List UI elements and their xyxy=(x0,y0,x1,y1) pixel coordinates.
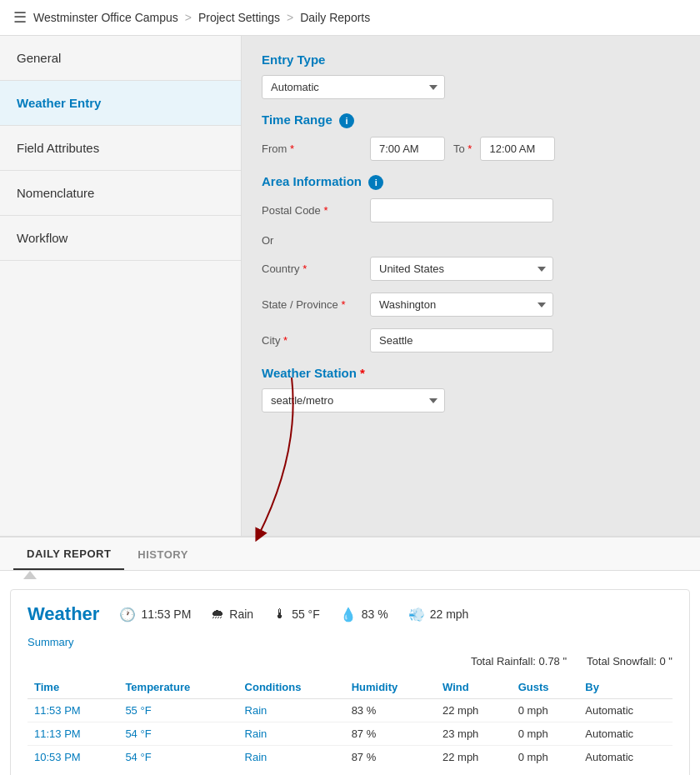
country-label: Country * xyxy=(262,262,362,275)
totals-row: Total Rainfall: 0.78 " Total Snowfall: 0… xyxy=(28,655,672,668)
weather-temp-stat: 🌡 55 °F xyxy=(273,607,320,622)
cell-6: Automatic xyxy=(578,746,672,769)
sidebar-item-nomenclature[interactable]: Nomenclature xyxy=(0,171,241,216)
breadcrumb-project[interactable]: Westminster Office Campus xyxy=(33,11,178,24)
cell-1: 54 °F xyxy=(118,722,238,746)
entry-type-select[interactable]: Automatic Manual xyxy=(262,75,445,99)
sidebar-label-nomenclature: Nomenclature xyxy=(17,186,94,200)
cell-2: Rain xyxy=(238,699,345,722)
weather-header: Weather 🕐 11:53 PM 🌧 Rain 🌡 55 °F 💧 83 %… xyxy=(28,603,672,625)
country-row: Country * United States Canada United Ki… xyxy=(262,257,680,281)
weather-humidity: 83 % xyxy=(362,608,388,621)
city-label: City * xyxy=(262,334,362,347)
col-by: By xyxy=(578,676,672,699)
postal-code-input[interactable] xyxy=(370,198,553,222)
thermometer-icon: 🌡 xyxy=(273,607,287,622)
sidebar-item-field-attributes[interactable]: Field Attributes xyxy=(0,126,241,171)
sidebar-item-workflow[interactable]: Workflow xyxy=(0,216,241,261)
sidebar-label-weather-entry: Weather Entry xyxy=(17,96,101,110)
breadcrumb-settings[interactable]: Project Settings xyxy=(198,11,280,24)
cell-4: 22 mph xyxy=(436,699,512,722)
country-select[interactable]: United States Canada United Kingdom xyxy=(370,257,553,281)
weather-station-row: seattle/metro seattle/downtown seattle/a… xyxy=(262,388,680,412)
area-info-icon[interactable]: i xyxy=(368,175,383,190)
rain-icon: 🌧 xyxy=(211,607,224,622)
weather-card: Weather 🕐 11:53 PM 🌧 Rain 🌡 55 °F 💧 83 %… xyxy=(10,589,690,775)
tab-history[interactable]: HISTORY xyxy=(124,538,202,569)
tab-daily-report[interactable]: DAILY REPORT xyxy=(13,538,124,570)
entry-type-title: Entry Type xyxy=(262,52,680,67)
weather-station-select[interactable]: seattle/metro seattle/downtown seattle/a… xyxy=(262,388,445,412)
state-label: State / Province * xyxy=(262,298,362,311)
postal-code-label: Postal Code * xyxy=(262,204,362,217)
sidebar-item-weather-entry[interactable]: Weather Entry xyxy=(0,81,241,126)
time-range-title: Time Range i xyxy=(262,112,680,128)
col-conditions: Conditions xyxy=(238,676,345,699)
city-input[interactable] xyxy=(370,328,553,352)
weather-humidity-stat: 💧 83 % xyxy=(340,607,388,622)
tab-caret-icon xyxy=(23,571,37,579)
cell-2: Rain xyxy=(238,746,345,769)
sidebar-label-field-attributes: Field Attributes xyxy=(17,141,99,155)
table-row: 11:53 PM55 °FRain83 %22 mph0 mphAutomati… xyxy=(28,699,672,722)
time-range-section: Time Range i From * To * xyxy=(262,112,680,161)
cell-2: Rain xyxy=(238,722,345,746)
cell-3: 87 % xyxy=(345,746,436,769)
content-area: Entry Type Automatic Manual Time Range i… xyxy=(242,36,700,536)
cell-6: Automatic xyxy=(578,699,672,722)
weather-wind-stat: 💨 22 mph xyxy=(408,607,469,622)
cell-1: 55 °F xyxy=(118,699,238,722)
col-time: Time xyxy=(28,676,118,699)
cell-4: 22 mph xyxy=(436,746,512,769)
cell-0: 11:53 PM xyxy=(28,699,118,722)
tab-indicator xyxy=(0,571,700,579)
weather-table: Time Temperature Conditions Humidity Win… xyxy=(28,676,672,768)
cell-5: 0 mph xyxy=(512,699,579,722)
cell-3: 83 % xyxy=(345,699,436,722)
humidity-icon: 💧 xyxy=(340,607,357,622)
table-row: 11:13 PM54 °FRain87 %23 mph0 mphAutomati… xyxy=(28,722,672,746)
cell-0: 11:13 PM xyxy=(28,722,118,746)
postal-code-row: Postal Code * xyxy=(262,198,680,222)
area-information-title: Area Information i xyxy=(262,174,680,190)
state-select[interactable]: Washington Oregon California xyxy=(370,292,553,317)
cell-4: 23 mph xyxy=(436,722,512,746)
table-row: 10:53 PM54 °FRain87 %22 mph0 mphAutomati… xyxy=(28,746,672,769)
breadcrumb-sep2: > xyxy=(287,11,293,24)
cell-5: 0 mph xyxy=(512,722,579,746)
time-range-info-icon[interactable]: i xyxy=(339,113,354,128)
weather-condition-stat: 🌧 Rain xyxy=(211,607,253,622)
hamburger-icon[interactable]: ☰ xyxy=(13,8,27,27)
from-required: * xyxy=(290,142,294,155)
weather-condition: Rain xyxy=(229,608,253,621)
col-wind: Wind xyxy=(436,676,512,699)
state-row: State / Province * Washington Oregon Cal… xyxy=(262,292,680,317)
cell-1: 54 °F xyxy=(118,746,238,769)
weather-temperature: 55 °F xyxy=(292,608,320,621)
col-temperature: Temperature xyxy=(118,676,238,699)
top-header: ☰ Westminster Office Campus > Project Se… xyxy=(0,0,700,36)
weather-station-title: Weather Station * xyxy=(262,366,680,380)
weather-station-section: Weather Station * seattle/metro seattle/… xyxy=(262,366,680,412)
from-time-input[interactable] xyxy=(370,137,445,161)
sidebar-item-general[interactable]: General xyxy=(0,36,241,81)
wind-icon: 💨 xyxy=(408,607,425,622)
total-snowfall: Total Snowfall: 0 " xyxy=(587,655,672,668)
weather-time: 11:53 PM xyxy=(141,608,191,621)
weather-title: Weather xyxy=(28,603,99,625)
or-divider: Or xyxy=(262,234,680,247)
cell-3: 87 % xyxy=(345,722,436,746)
bottom-section: DAILY REPORT HISTORY Weather 🕐 11:53 PM … xyxy=(0,536,700,775)
clock-icon: 🕐 xyxy=(119,607,136,622)
table-header-row: Time Temperature Conditions Humidity Win… xyxy=(28,676,672,699)
weather-wind: 22 mph xyxy=(430,608,469,621)
total-rainfall: Total Rainfall: 0.78 " xyxy=(471,655,567,668)
to-time-input[interactable] xyxy=(480,137,555,161)
summary-link[interactable]: Summary xyxy=(28,636,74,648)
to-required: * xyxy=(468,142,472,155)
col-humidity: Humidity xyxy=(345,676,436,699)
cell-6: Automatic xyxy=(578,722,672,746)
entry-type-row: Automatic Manual xyxy=(262,75,680,99)
entry-type-section: Entry Type Automatic Manual xyxy=(262,52,680,99)
tabs-bar: DAILY REPORT HISTORY xyxy=(0,538,700,571)
